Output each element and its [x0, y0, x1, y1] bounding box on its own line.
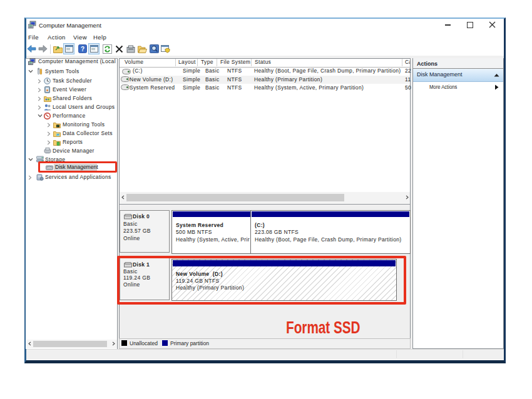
svg-text:?: ? [81, 46, 84, 53]
